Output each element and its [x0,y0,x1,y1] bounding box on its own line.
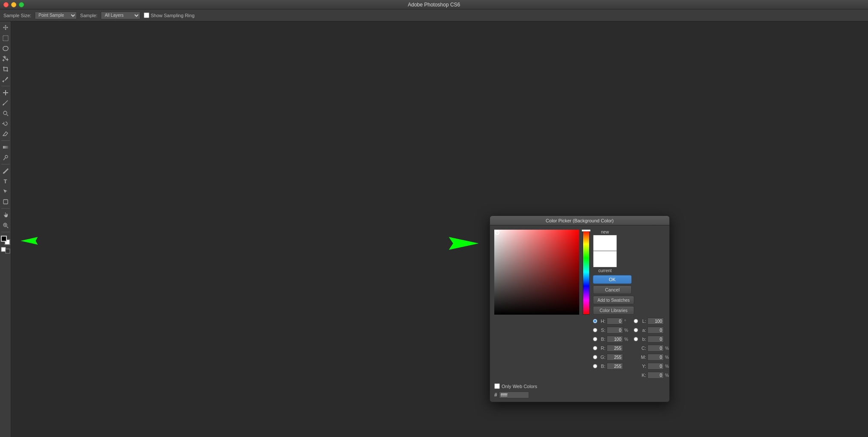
sample-select[interactable]: All Layers Current Layer [101,12,140,19]
tool-zoom[interactable] [1,221,10,230]
foreground-background-swatch[interactable] [1,236,10,245]
title-bar: Adobe Photoshop CS6 [0,0,868,9]
color-libraries-button[interactable]: Color Libraries [593,306,634,315]
field-row-y: Y: 0 % [634,362,670,370]
tool-magic-wand[interactable] [1,54,10,64]
tool-eyedropper[interactable] [1,75,10,84]
cancel-button[interactable]: Cancel [593,285,632,294]
b-radio[interactable] [593,337,597,341]
s-radio[interactable] [593,328,597,332]
field-row-b3: b: 0 [634,335,670,343]
b3-input[interactable]: 0 [647,336,664,343]
preview-and-buttons: new current OK Cancel Add to Swatches Co… [593,230,634,315]
tool-gradient[interactable] [1,143,10,152]
show-sampling-ring-label: Show Sampling Ring [151,13,194,18]
y-unit: % [665,364,670,369]
tool-clone[interactable] [1,109,10,118]
tool-shape[interactable] [1,197,10,206]
hue-slider-container[interactable] [583,230,590,315]
hex-section: # ffffff [490,391,669,402]
app-title: Adobe Photoshop CS6 [408,2,460,8]
c-label: C: [639,346,646,351]
quick-mask-mode[interactable] [1,247,10,254]
current-color-preview [593,251,617,267]
only-web-colors-checkbox[interactable] [494,383,500,389]
g-radio[interactable] [593,355,597,359]
b-unit: % [624,337,629,342]
field-row-r: R: 255 [593,344,629,352]
annotation-arrows [11,21,868,437]
add-to-swatches-button[interactable]: Add to Swatches [593,296,634,304]
field-row-g: G: 255 [593,353,629,361]
y-input[interactable]: 0 [647,363,664,370]
tool-dodge[interactable] [1,153,10,162]
svg-marker-8 [21,237,38,245]
g-input[interactable]: 255 [607,354,623,361]
sample-size-select[interactable]: Point Sample 3 by 3 Average 5 by 5 Avera… [35,12,77,19]
a-radio[interactable] [634,328,638,332]
svg-point-1 [3,111,7,115]
tool-path-select[interactable] [1,187,10,196]
r-input[interactable]: 255 [607,345,623,352]
tool-pen[interactable] [1,166,10,176]
svg-rect-6 [1,247,6,252]
field-row-b: B: 100 % [593,335,629,343]
dialog-titlebar: Color Picker (Background Color) [490,216,669,225]
h-input[interactable]: 0 [607,318,623,325]
s-unit: % [624,328,629,333]
tool-eraser[interactable] [1,129,10,139]
l-radio[interactable] [634,319,638,323]
k-input[interactable]: 0 [647,372,664,379]
tool-history-brush[interactable] [1,119,10,128]
maximize-button[interactable] [19,2,24,7]
tool-separator-4 [1,208,10,209]
hex-input[interactable]: ffffff [499,391,529,398]
b-input[interactable]: 100 [607,336,623,343]
m-label: M: [639,355,646,360]
a-input[interactable]: 0 [647,327,664,334]
tool-move[interactable] [1,23,10,33]
show-sampling-ring-checkbox[interactable] [144,12,149,18]
minimize-button[interactable] [11,2,16,7]
new-label: new [593,230,617,235]
canvas-area: Color Picker (Background Color) [11,21,868,437]
foreground-swatch[interactable] [1,236,7,242]
svg-rect-0 [3,36,8,41]
lab-cmyk-fields: L: 100 a: 0 [634,317,670,379]
tool-lasso[interactable] [1,44,10,53]
options-toolbar: Sample Size: Point Sample 3 by 3 Average… [0,9,868,21]
current-label: current [593,268,617,273]
tool-marquee[interactable] [1,33,10,43]
a-label: a: [639,328,646,333]
dialog-body: new current OK Cancel Add to Swatches Co… [490,225,669,383]
r-radio[interactable] [593,346,597,350]
s-input[interactable]: 0 [607,327,623,334]
main-layout: T [0,21,868,437]
color-gradient-picker[interactable] [494,230,579,315]
svg-point-3 [5,155,8,158]
ok-button[interactable]: OK [593,275,632,284]
tool-text[interactable]: T [1,176,10,186]
picker-top-right: new current OK Cancel Add to Swatches Co… [593,230,670,315]
tool-crop[interactable] [1,64,10,74]
only-web-colors-label: Only Web Colors [502,384,537,389]
field-row-s: S: 0 % [593,326,629,334]
l-input[interactable]: 100 [647,318,664,325]
new-color-preview [593,235,617,251]
m-input[interactable]: 0 [647,354,664,361]
tool-separator-5 [1,232,10,232]
hue-slider[interactable] [583,230,590,315]
b3-radio[interactable] [634,337,638,341]
tool-separator-1 [1,86,10,86]
c-input[interactable]: 0 [647,345,664,352]
h-radio[interactable] [593,319,597,323]
b2-radio[interactable] [593,364,597,368]
tool-healing[interactable] [1,88,10,97]
tool-brush[interactable] [1,98,10,108]
sample-size-label: Sample Size: [3,13,31,18]
field-row-c: C: 0 % [634,344,670,352]
show-sampling-ring-checkbox-label[interactable]: Show Sampling Ring [144,12,194,18]
b2-input[interactable]: 255 [607,363,623,370]
tool-hand[interactable] [1,210,10,220]
close-button[interactable] [3,2,9,7]
